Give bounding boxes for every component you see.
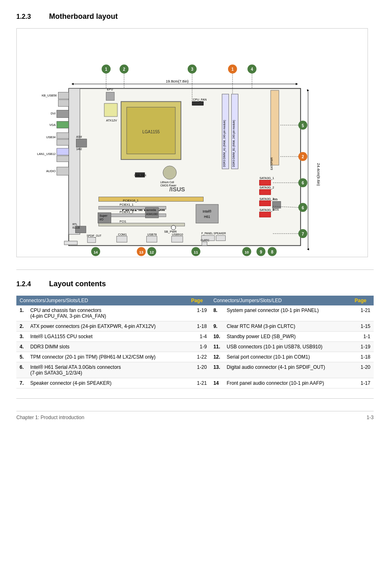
row-desc-left: Speaker connector (4-pin SPEAKER) [27,378,188,388]
footer: Chapter 1: Product introduction 1-3 [16,411,374,420]
svg-text:CLRTC: CLRTC [201,239,210,242]
row-desc-right: Serial port connector (10-1 pin COM1) [224,352,352,362]
svg-text:8111E: 8111E [72,226,80,229]
svg-text:Intel®: Intel® [203,210,212,213]
svg-point-42 [163,166,177,180]
row-num-right: 9. [210,321,224,332]
row-num-left: 6. [16,362,27,378]
row-num-right: 14 [210,378,224,388]
svg-text:1: 1 [231,67,234,72]
svg-text:Super: Super [99,214,108,218]
svg-text:DDR3 DIMM_A1 (64bit, 240-pin m: DDR3 DIMM_A1 (64bit, 240-pin module) [223,120,226,167]
col4-header: Page [352,296,374,305]
svg-rect-6 [69,88,80,234]
row-page-left: 1-9 [188,342,210,352]
row-desc-right: Front panel audio connector (10-1 pin AA… [224,378,352,388]
svg-text:ATX12V: ATX12V [106,119,117,122]
svg-text:DVI: DVI [51,112,56,115]
svg-point-61 [171,225,176,230]
svg-text:SATA3G_1: SATA3G_1 [260,176,274,180]
row-page-left: 1-22 [188,352,210,362]
svg-rect-84 [260,180,271,185]
svg-text:10: 10 [244,250,249,254]
layout-table: Connectors/Jumpers/Slots/LED Page Connec… [16,296,374,388]
svg-text:asmedia: asmedia [146,209,156,211]
svg-text:I/O: I/O [99,218,103,221]
svg-text:8: 8 [271,250,273,254]
row-num-left: 1. [16,305,27,321]
svg-rect-90 [260,212,271,217]
svg-text:AUDIO: AUDIO [46,169,56,173]
table-row: 1. CPU and chassis fan connectors(4-pin … [16,305,374,321]
svg-rect-56 [99,223,184,226]
layout-contents-section: Connectors/Jumpers/Slots/LED Page Connec… [16,296,374,388]
svg-rect-29 [106,92,114,101]
svg-text:4: 4 [251,67,253,72]
svg-text:EATXPWR: EATXPWR [270,157,273,170]
row-page-right: 1-21 [352,305,374,321]
svg-text:RTL: RTL [72,223,77,226]
svg-text:9: 9 [260,250,262,254]
svg-text:19.8cm(7.8in): 19.8cm(7.8in) [166,79,189,83]
svg-rect-27 [104,103,117,117]
svg-text:12: 12 [150,250,154,254]
row-num-right: 13. [210,362,224,378]
svg-text:1: 1 [105,67,108,72]
svg-rect-75 [172,236,183,242]
row-desc-left: TPM connector (20-1 pin TPM) (P8H61-M LX… [27,352,188,362]
row-num-left: 2. [16,321,27,332]
svg-text:7: 7 [302,232,304,236]
svg-text:2: 2 [302,155,304,159]
svg-text:3: 3 [191,67,193,72]
svg-text:KB_USB56: KB_USB56 [42,94,57,97]
row-page-right: 1-17 [352,378,374,388]
svg-text:H61: H61 [204,215,211,219]
section-123-title: Motherboard layout [49,12,118,21]
svg-text:SPDIF_OUT: SPDIF_OUT [87,234,101,238]
svg-rect-92 [273,202,281,208]
svg-rect-82 [64,241,77,245]
col1-header: Connectors/Jumpers/Slots/LED [16,296,188,305]
row-page-right: 1-1 [352,332,374,342]
svg-rect-49 [196,204,218,223]
svg-rect-78 [216,236,226,241]
svg-rect-12 [57,121,69,128]
section-124-title: Layout contents [49,280,106,288]
svg-text:13: 13 [139,250,143,254]
svg-rect-73 [146,236,157,242]
svg-text:1462: 1462 [76,148,82,150]
motherboard-diagram: 19.8cm(7.8in) 24.4cm(9.6in) KB_USB56 [16,28,368,257]
row-page-left: 1-21 [188,378,210,388]
table-row: 6. Intel® H61 Serial ATA 3.0Gb/s connect… [16,362,374,378]
svg-text:F_PANEL SPEAKER: F_PANEL SPEAKER [202,232,226,235]
svg-text:2: 2 [123,67,126,72]
row-page-right: 1-18 [352,352,374,362]
svg-text:PCIEX1_1: PCIEX1_1 [120,203,134,206]
table-row: 2. ATX power connectors (24-pin EATXPWR,… [16,321,374,332]
svg-text:AAFP: AAFP [64,29,72,29]
row-desc-left: ATX power connectors (24-pin EATXPWR, 4-… [27,321,188,332]
svg-text:PCIEX16_1: PCIEX16_1 [123,199,139,202]
svg-text:4Mb: 4Mb [273,198,278,201]
section-divider [16,269,374,270]
svg-text:5: 5 [302,123,304,128]
svg-rect-14 [57,132,69,139]
row-page-left: 1-19 [188,305,210,321]
svg-rect-10 [57,110,69,117]
section-123-number: 1.2.3 [16,13,41,20]
col3-header: Connectors/Jumpers/Slots/LED [210,296,352,305]
svg-text:Lithium Cell: Lithium Cell [160,181,174,184]
svg-text:ASM1083: ASM1083 [146,213,158,215]
svg-text:VGA: VGA [49,123,56,127]
svg-rect-69 [87,237,96,242]
svg-text:USB78: USB78 [147,233,157,236]
svg-text:SATA3G_3: SATA3G_3 [260,197,274,201]
col2-header: Page [188,296,210,305]
row-desc-right: Standby power LED (SB_PWR) [224,332,352,342]
svg-text:6: 6 [302,206,304,210]
svg-rect-88 [260,201,271,206]
svg-text:6: 6 [302,181,304,185]
section-123-header: 1.2.3 Motherboard layout [16,12,374,21]
table-row: 5. TPM connector (20-1 pin TPM) (P8H61-M… [16,352,374,362]
row-desc-left: DDR3 DIMM slots [27,342,188,352]
